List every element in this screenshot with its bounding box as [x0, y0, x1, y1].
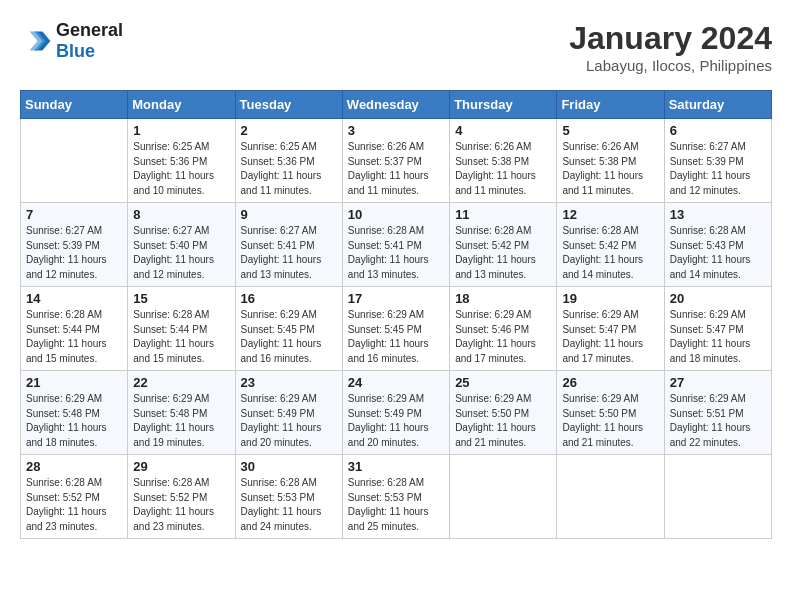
calendar-cell: [450, 455, 557, 539]
day-number: 15: [133, 291, 229, 306]
calendar-cell: [664, 455, 771, 539]
day-number: 13: [670, 207, 766, 222]
day-info: Sunrise: 6:29 AMSunset: 5:51 PMDaylight:…: [670, 392, 766, 450]
day-info: Sunrise: 6:29 AMSunset: 5:45 PMDaylight:…: [241, 308, 337, 366]
day-number: 25: [455, 375, 551, 390]
day-info: Sunrise: 6:25 AMSunset: 5:36 PMDaylight:…: [133, 140, 229, 198]
calendar-cell: 9Sunrise: 6:27 AMSunset: 5:41 PMDaylight…: [235, 203, 342, 287]
day-number: 28: [26, 459, 122, 474]
logo-text: General Blue: [56, 20, 123, 62]
calendar-cell: 22Sunrise: 6:29 AMSunset: 5:48 PMDayligh…: [128, 371, 235, 455]
calendar-cell: 19Sunrise: 6:29 AMSunset: 5:47 PMDayligh…: [557, 287, 664, 371]
calendar-cell: 17Sunrise: 6:29 AMSunset: 5:45 PMDayligh…: [342, 287, 449, 371]
weekday-header: Friday: [557, 91, 664, 119]
day-info: Sunrise: 6:29 AMSunset: 5:48 PMDaylight:…: [133, 392, 229, 450]
day-info: Sunrise: 6:28 AMSunset: 5:41 PMDaylight:…: [348, 224, 444, 282]
day-number: 5: [562, 123, 658, 138]
calendar-cell: 3Sunrise: 6:26 AMSunset: 5:37 PMDaylight…: [342, 119, 449, 203]
day-number: 3: [348, 123, 444, 138]
day-number: 26: [562, 375, 658, 390]
day-info: Sunrise: 6:28 AMSunset: 5:52 PMDaylight:…: [26, 476, 122, 534]
calendar-cell: 11Sunrise: 6:28 AMSunset: 5:42 PMDayligh…: [450, 203, 557, 287]
calendar-cell: 28Sunrise: 6:28 AMSunset: 5:52 PMDayligh…: [21, 455, 128, 539]
day-number: 18: [455, 291, 551, 306]
day-number: 1: [133, 123, 229, 138]
day-info: Sunrise: 6:28 AMSunset: 5:52 PMDaylight:…: [133, 476, 229, 534]
day-number: 4: [455, 123, 551, 138]
day-number: 29: [133, 459, 229, 474]
day-info: Sunrise: 6:25 AMSunset: 5:36 PMDaylight:…: [241, 140, 337, 198]
calendar-week-row: 28Sunrise: 6:28 AMSunset: 5:52 PMDayligh…: [21, 455, 772, 539]
calendar-cell: 25Sunrise: 6:29 AMSunset: 5:50 PMDayligh…: [450, 371, 557, 455]
day-info: Sunrise: 6:29 AMSunset: 5:49 PMDaylight:…: [241, 392, 337, 450]
day-info: Sunrise: 6:28 AMSunset: 5:44 PMDaylight:…: [26, 308, 122, 366]
day-number: 17: [348, 291, 444, 306]
calendar-cell: 15Sunrise: 6:28 AMSunset: 5:44 PMDayligh…: [128, 287, 235, 371]
day-info: Sunrise: 6:29 AMSunset: 5:45 PMDaylight:…: [348, 308, 444, 366]
day-info: Sunrise: 6:28 AMSunset: 5:44 PMDaylight:…: [133, 308, 229, 366]
day-info: Sunrise: 6:29 AMSunset: 5:48 PMDaylight:…: [26, 392, 122, 450]
day-number: 24: [348, 375, 444, 390]
calendar-cell: 23Sunrise: 6:29 AMSunset: 5:49 PMDayligh…: [235, 371, 342, 455]
day-number: 31: [348, 459, 444, 474]
weekday-header: Sunday: [21, 91, 128, 119]
calendar-cell: [557, 455, 664, 539]
calendar-cell: [21, 119, 128, 203]
calendar-header-row: SundayMondayTuesdayWednesdayThursdayFrid…: [21, 91, 772, 119]
calendar-cell: 21Sunrise: 6:29 AMSunset: 5:48 PMDayligh…: [21, 371, 128, 455]
calendar-week-row: 21Sunrise: 6:29 AMSunset: 5:48 PMDayligh…: [21, 371, 772, 455]
day-number: 14: [26, 291, 122, 306]
calendar-cell: 26Sunrise: 6:29 AMSunset: 5:50 PMDayligh…: [557, 371, 664, 455]
day-info: Sunrise: 6:28 AMSunset: 5:42 PMDaylight:…: [455, 224, 551, 282]
day-info: Sunrise: 6:26 AMSunset: 5:37 PMDaylight:…: [348, 140, 444, 198]
day-info: Sunrise: 6:29 AMSunset: 5:46 PMDaylight:…: [455, 308, 551, 366]
day-info: Sunrise: 6:28 AMSunset: 5:43 PMDaylight:…: [670, 224, 766, 282]
day-number: 16: [241, 291, 337, 306]
location: Labayug, Ilocos, Philippines: [569, 57, 772, 74]
month-year: January 2024: [569, 20, 772, 57]
calendar-cell: 10Sunrise: 6:28 AMSunset: 5:41 PMDayligh…: [342, 203, 449, 287]
calendar-cell: 16Sunrise: 6:29 AMSunset: 5:45 PMDayligh…: [235, 287, 342, 371]
calendar-cell: 31Sunrise: 6:28 AMSunset: 5:53 PMDayligh…: [342, 455, 449, 539]
calendar-cell: 29Sunrise: 6:28 AMSunset: 5:52 PMDayligh…: [128, 455, 235, 539]
day-number: 9: [241, 207, 337, 222]
weekday-header: Thursday: [450, 91, 557, 119]
weekday-header: Wednesday: [342, 91, 449, 119]
calendar-cell: 18Sunrise: 6:29 AMSunset: 5:46 PMDayligh…: [450, 287, 557, 371]
calendar-week-row: 14Sunrise: 6:28 AMSunset: 5:44 PMDayligh…: [21, 287, 772, 371]
weekday-header: Tuesday: [235, 91, 342, 119]
page-header: General Blue January 2024 Labayug, Iloco…: [20, 20, 772, 74]
day-info: Sunrise: 6:29 AMSunset: 5:47 PMDaylight:…: [562, 308, 658, 366]
calendar-week-row: 1Sunrise: 6:25 AMSunset: 5:36 PMDaylight…: [21, 119, 772, 203]
day-info: Sunrise: 6:27 AMSunset: 5:39 PMDaylight:…: [670, 140, 766, 198]
day-info: Sunrise: 6:29 AMSunset: 5:49 PMDaylight:…: [348, 392, 444, 450]
day-number: 10: [348, 207, 444, 222]
calendar-table: SundayMondayTuesdayWednesdayThursdayFrid…: [20, 90, 772, 539]
day-number: 20: [670, 291, 766, 306]
day-number: 8: [133, 207, 229, 222]
weekday-header: Saturday: [664, 91, 771, 119]
day-number: 27: [670, 375, 766, 390]
calendar-cell: 20Sunrise: 6:29 AMSunset: 5:47 PMDayligh…: [664, 287, 771, 371]
day-number: 19: [562, 291, 658, 306]
day-info: Sunrise: 6:26 AMSunset: 5:38 PMDaylight:…: [455, 140, 551, 198]
day-info: Sunrise: 6:27 AMSunset: 5:41 PMDaylight:…: [241, 224, 337, 282]
calendar-cell: 12Sunrise: 6:28 AMSunset: 5:42 PMDayligh…: [557, 203, 664, 287]
day-info: Sunrise: 6:28 AMSunset: 5:53 PMDaylight:…: [348, 476, 444, 534]
calendar-cell: 7Sunrise: 6:27 AMSunset: 5:39 PMDaylight…: [21, 203, 128, 287]
weekday-header: Monday: [128, 91, 235, 119]
day-number: 12: [562, 207, 658, 222]
calendar-cell: 8Sunrise: 6:27 AMSunset: 5:40 PMDaylight…: [128, 203, 235, 287]
day-number: 22: [133, 375, 229, 390]
day-number: 6: [670, 123, 766, 138]
calendar-cell: 27Sunrise: 6:29 AMSunset: 5:51 PMDayligh…: [664, 371, 771, 455]
day-number: 23: [241, 375, 337, 390]
calendar-cell: 1Sunrise: 6:25 AMSunset: 5:36 PMDaylight…: [128, 119, 235, 203]
day-number: 11: [455, 207, 551, 222]
calendar-cell: 13Sunrise: 6:28 AMSunset: 5:43 PMDayligh…: [664, 203, 771, 287]
day-info: Sunrise: 6:26 AMSunset: 5:38 PMDaylight:…: [562, 140, 658, 198]
logo: General Blue: [20, 20, 123, 62]
day-info: Sunrise: 6:27 AMSunset: 5:39 PMDaylight:…: [26, 224, 122, 282]
day-number: 21: [26, 375, 122, 390]
calendar-cell: 5Sunrise: 6:26 AMSunset: 5:38 PMDaylight…: [557, 119, 664, 203]
